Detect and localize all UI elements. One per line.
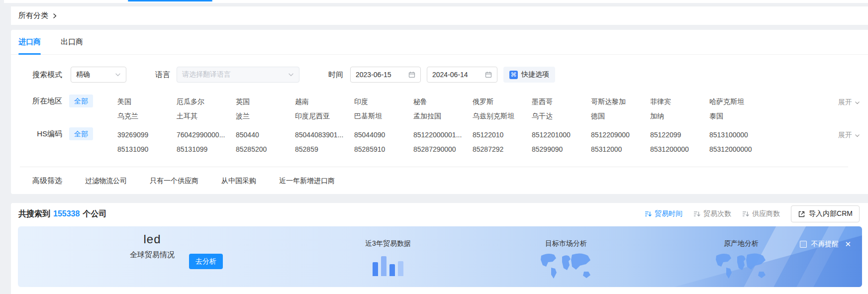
hs-code-item[interactable]: 85287290000 (413, 145, 473, 153)
hs-code-filter-row: HS编码 全部 39269099 76042990000... 850440 8… (11, 127, 868, 156)
quick-options-button[interactable]: ⌘ 快捷选项 (503, 67, 555, 83)
hs-code-item[interactable]: 85122099 (650, 131, 709, 139)
hs-code-item[interactable]: 85122010 (473, 131, 532, 139)
sort-trade-count[interactable]: 贸易次数 (693, 209, 731, 218)
sort-trade-time-label: 贸易时间 (655, 209, 682, 218)
time-label: 时间 (328, 70, 343, 80)
region-item[interactable]: 巴基斯坦 (354, 112, 413, 121)
upper-tab-underline (128, 0, 212, 1)
region-item[interactable]: 加纳 (650, 112, 709, 121)
breadcrumb[interactable]: 所有分类 (18, 11, 48, 20)
hs-code-item[interactable]: 852859 (295, 145, 354, 153)
hs-code-item[interactable]: 85312000000 (709, 145, 769, 153)
results-card: 共搜索到 155338 个公司 贸易时间 贸易次数 (11, 203, 868, 294)
region-item[interactable]: 越南 (295, 98, 354, 106)
region-item[interactable]: 菲律宾 (650, 98, 709, 106)
hs-code-item[interactable]: 8531200000 (650, 145, 709, 153)
origin-title: 原产地分析 (691, 239, 791, 248)
region-item[interactable]: 乌兹别克斯坦 (473, 112, 532, 121)
hs-code-item[interactable]: 8512201000 (532, 131, 591, 139)
region-item[interactable]: 德国 (591, 112, 650, 121)
hs-code-item[interactable]: 39269099 (117, 131, 177, 139)
hs-code-item[interactable]: 85285200 (236, 145, 295, 153)
hs-code-item[interactable]: 85131090 (117, 145, 177, 153)
tab-importer[interactable]: 进口商 (18, 30, 41, 54)
region-item[interactable]: 土耳其 (177, 112, 236, 121)
hs-code-item[interactable]: 85131099 (177, 145, 236, 153)
hs-code-item[interactable]: 85299090 (532, 145, 591, 153)
hs-code-item[interactable]: 85287292 (473, 145, 532, 153)
world-map-icon (516, 251, 616, 282)
tab-importer-label: 进口商 (18, 37, 41, 47)
region-item[interactable]: 波兰 (236, 112, 295, 121)
analysis-banner: led 全球贸易情况 去分析 近3年贸易数据 目标市场分析 (18, 226, 862, 287)
region-item[interactable]: 印度尼西亚 (295, 112, 354, 121)
tab-exporter[interactable]: 出口商 (61, 30, 83, 54)
region-item[interactable]: 厄瓜多尔 (177, 98, 236, 106)
region-item[interactable]: 哈萨克斯坦 (709, 98, 769, 106)
language-label: 语言 (155, 70, 170, 80)
region-item[interactable]: 英国 (236, 98, 295, 106)
region-label: 所在地区 (11, 95, 62, 107)
banner-subtitle: 全球贸易情况 (120, 250, 185, 260)
advanced-option[interactable]: 近一年新增进口商 (279, 177, 335, 186)
hs-code-item[interactable]: 76042990000... (177, 131, 236, 139)
hs-code-item[interactable]: 85044090 (354, 131, 413, 139)
start-date-input[interactable]: 2023-06-15 (350, 67, 421, 83)
advanced-option[interactable]: 过滤物流公司 (85, 177, 127, 186)
language-select[interactable]: 请选择翻译语言 (177, 67, 299, 83)
sort-trade-time[interactable]: 贸易时间 (645, 209, 682, 218)
region-item[interactable]: 印度 (354, 98, 413, 106)
breadcrumb-bar: 所有分类 (11, 6, 868, 25)
filter-divider (20, 167, 848, 167)
analyze-button[interactable]: 去分析 (189, 254, 223, 269)
calendar-icon (408, 71, 415, 78)
region-item[interactable]: 俄罗斯 (473, 98, 532, 106)
hs-code-item[interactable]: 85122000001... (413, 131, 473, 139)
advanced-option[interactable]: 只有一个供应商 (150, 177, 198, 186)
sort-supplier-count[interactable]: 供应商数 (742, 209, 780, 218)
hs-code-all-tag[interactable]: 全部 (69, 127, 93, 140)
search-mode-value: 精确 (76, 70, 90, 79)
hs-code-item[interactable]: 85285910 (354, 145, 413, 153)
results-prefix: 共搜索到 (18, 209, 50, 219)
sort-icon (693, 210, 700, 217)
region-item[interactable]: 美国 (117, 98, 177, 106)
region-expand-label: 展开 (838, 98, 852, 107)
region-item[interactable]: 孟加拉国 (413, 112, 473, 121)
import-icon (798, 210, 805, 218)
region-item[interactable]: 秘鲁 (413, 98, 473, 106)
hs-code-item[interactable]: 8512209000 (591, 131, 650, 139)
hs-code-item[interactable]: 85312000 (591, 145, 650, 153)
language-placeholder: 请选择翻译语言 (182, 70, 231, 79)
region-item[interactable]: 墨西哥 (532, 98, 591, 106)
hs-code-item[interactable]: 8513100000 (709, 131, 769, 139)
bar-chart-icon (338, 255, 438, 276)
start-date-value: 2023-06-15 (356, 71, 391, 79)
region-expand-button[interactable]: 展开 (838, 96, 860, 109)
advanced-option[interactable]: 从中国采购 (221, 177, 256, 186)
banner-keyword: led (120, 232, 185, 246)
region-item[interactable]: 泰国 (709, 112, 769, 121)
hs-code-item[interactable]: 850440 (236, 131, 295, 139)
hs-code-expand-label: 展开 (838, 131, 852, 140)
import-crm-button[interactable]: 导入内部CRM (791, 205, 860, 222)
close-icon[interactable]: ✕ (845, 240, 851, 249)
hs-code-expand-button[interactable]: 展开 (838, 129, 860, 142)
banner-section-trade-data: 近3年贸易数据 (338, 239, 438, 276)
dismiss-group: 不再提醒 ✕ (800, 240, 851, 249)
search-controls-row: 搜索模式 精确 语言 请选择翻译语言 时间 2023-06-15 (11, 67, 868, 83)
region-all-tag[interactable]: 全部 (69, 95, 93, 107)
tab-exporter-label: 出口商 (61, 37, 83, 47)
end-date-input[interactable]: 2024-06-14 (427, 67, 497, 83)
banner-section-target-market: 目标市场分析 (516, 239, 616, 282)
region-item[interactable]: 乌克兰 (117, 112, 177, 121)
chevron-down-icon (855, 133, 860, 138)
region-item[interactable]: 乌干达 (532, 112, 591, 121)
search-mode-select[interactable]: 精确 (71, 67, 126, 83)
dismiss-checkbox[interactable] (800, 241, 807, 248)
hs-code-item[interactable]: 85044083901... (295, 131, 354, 139)
search-mode-label: 搜索模式 (11, 70, 62, 80)
region-item[interactable]: 哥斯达黎加 (591, 98, 650, 106)
import-crm-label: 导入内部CRM (809, 209, 853, 218)
